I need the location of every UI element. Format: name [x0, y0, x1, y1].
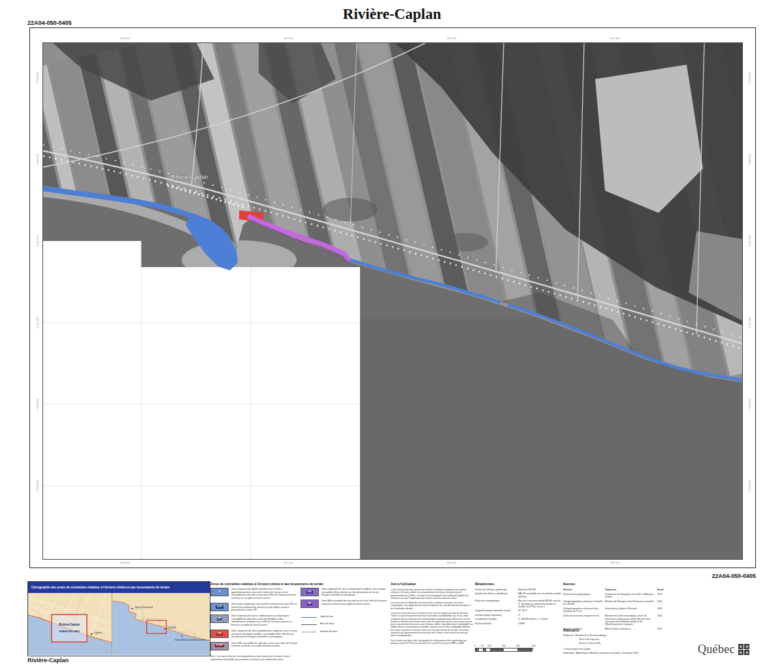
metadata-value: NAD 83 compatible avec le système mondia… [518, 592, 561, 598]
zone-description: Zone composée de sols à prédominance arg… [231, 630, 298, 639]
realisation-line: Service de l'expertise [579, 638, 687, 641]
zone-description: Zone composée de sols à comportement sab… [321, 588, 388, 597]
avis-paragraph: Le fait qu'un site soit situé à l'intéri… [391, 612, 473, 637]
coord-label: 5 322 500 [748, 72, 751, 84]
coord-label: 5 320 500 [36, 398, 39, 410]
coord-label: 5 322 000 [36, 153, 39, 165]
legend-line-item: Base de talus [301, 622, 388, 627]
source-org: Université du Québec à Rimouski [605, 607, 655, 613]
zone-description: Zone composée de dépôts meubles dont le … [231, 588, 298, 600]
zone-code: GTE [216, 633, 223, 635]
line-label: Base de talus [320, 622, 387, 627]
coord-label: 5 320 000 [36, 480, 39, 492]
coord-label: 304 000 [120, 561, 129, 564]
source-year: 2008 [657, 607, 669, 613]
line-label: Ligne de rive [320, 615, 387, 620]
legend-line-item: Ligne de rive [301, 615, 388, 620]
metadata-value: X : 304 800 mètres; Y : 0 mètre [518, 618, 561, 620]
source-org: Ministère de l'Énergie et des Ressources… [605, 600, 655, 606]
zone-description: Zone NM susceptible de subir des reculs … [321, 600, 388, 608]
realisation-block: Production : Ministère de la Sécurité pu… [563, 634, 687, 655]
inset-map-detail: Rivière-Caplan 22A04-050-0405 Caplan [28, 593, 112, 655]
scale-labels: 0 50 100 200 300 400 m [475, 645, 532, 648]
source-year: 2001 [657, 600, 669, 606]
metadata-table: Surface de référence géodésique Ellipsoï… [475, 588, 561, 625]
coord-label: 5 321 000 [748, 317, 751, 328]
inset-town-caplan2: Caplan [168, 626, 176, 629]
source-year: 2014 [657, 628, 669, 630]
metadata-label: Système de référence géodésique [475, 592, 517, 598]
metadata-label: Facteur d'échelle [475, 622, 517, 625]
legend-item: E-GTE Zone GTE susceptible de subir des … [210, 642, 298, 650]
zone-swatch-e: E [210, 588, 229, 596]
metadata-value: 64° 30' 0" [518, 609, 561, 612]
legend-item: GTE Zone composée de sols à prédominance… [210, 630, 298, 639]
coord-label: 5 322 500 [36, 72, 39, 84]
zone-code: NM [307, 603, 312, 605]
sources-col-header: Organisme [605, 588, 655, 591]
coord-label: 306 000 [447, 561, 456, 564]
legal-deposit-line: Dépôt légal - Bibliothèque et Archives n… [563, 652, 687, 654]
metadata-label: Projection cartographique [475, 600, 517, 608]
source-data: Orthophotographies aériennes à l'échelle… [563, 600, 602, 606]
realisation-line: Production : Ministère de la Sécurité pu… [563, 634, 687, 637]
coord-label: 305 000 [284, 561, 293, 564]
line-label: Sommet de talus [320, 630, 387, 635]
source-org: Commission de Toponymie du Québec et Adr… [605, 593, 655, 599]
inset-caption: Rivière-Caplan [27, 657, 69, 664]
aerial-map: Rivière-Caplan [43, 43, 742, 559]
zone-swatch-gnc: GNC [301, 588, 319, 596]
slope-top-symbol: ▼▼▼▼▼▼ [301, 630, 318, 635]
scale-tick: 100 [487, 645, 491, 647]
quebec-flag-icon [738, 644, 750, 656]
copyright-line: © Gouvernement du Québec [563, 648, 687, 650]
coord-label: 5 320 000 [748, 480, 751, 492]
map-area: Rivière-Caplan [42, 42, 743, 560]
no-data-grid [43, 241, 360, 559]
sources-col-header: Année [657, 588, 669, 591]
metadata-heading: Métadonnées [475, 583, 494, 586]
zone-swatch-gte: GTE [210, 630, 229, 638]
metadata-value: Mercator transverse modifié (MTM), zone … [518, 600, 561, 608]
inset-sheet-name: Rivière-Caplan [59, 623, 80, 626]
coord-label: 5 321 000 [36, 317, 39, 328]
inset-title-bar: Cartographie des zones de contraintes re… [28, 582, 210, 593]
scale-tick: 400 m [532, 645, 536, 650]
scale-tick: 50 [481, 645, 483, 647]
zone-swatch-e-gte: E-GTE [210, 642, 229, 650]
zone-swatch-nm: NM [301, 600, 319, 608]
zone-code: E-GTE [215, 645, 223, 647]
coord-label: 304 000 [120, 37, 129, 40]
source-data: Zones de contraintes et lignes de rive [563, 615, 602, 626]
realisation-heading: Réalisation [563, 629, 580, 632]
coord-label: 307 000 [610, 37, 619, 40]
shoreline-symbol [301, 615, 318, 620]
coord-label: 5 321 500 [748, 235, 751, 247]
zone-code: GNC [306, 590, 313, 593]
scale-bar: 0 50 100 200 300 400 m [475, 645, 532, 652]
metadata-value: Ellipsoïde GRS 80 [518, 588, 561, 591]
metadata-label: Coordonnées d'origine [475, 618, 517, 620]
quebec-wordmark: Québec [698, 643, 735, 656]
avis-paragraph: Les zones ont été délimitées en fonction… [391, 601, 473, 610]
sheet-extent-rectangle [52, 615, 87, 642]
avis-column: Cette carte localise des portions de ter… [391, 588, 473, 645]
legend-item: E Zone composée de dépôts meubles dont l… [210, 588, 298, 600]
coord-label: 306 000 [447, 37, 456, 40]
scale-tick: 300 [516, 645, 520, 647]
inset-sheet-number: 22A04-050-0405 [59, 630, 80, 633]
source-data: Orthophotographies aériennes d'une résol… [563, 607, 602, 613]
coord-label: 5 322 000 [748, 153, 751, 165]
zone-description: Zone composée de roches sédimentaires ou… [231, 615, 298, 626]
scale-bar-graphic [475, 648, 532, 652]
metadata-label: Latitude d'origine (équateur) [475, 614, 517, 616]
legend-note: Note : Les zones foncées correspondent a… [210, 655, 297, 661]
map-place-label: Rivière-Caplan [171, 174, 208, 180]
sources-col-header: Données [563, 588, 602, 591]
sources-heading: Sources [563, 583, 575, 586]
inset-town-new-richmond: New Richmond [135, 605, 153, 609]
legend-column-2: GNC Zone composée de sols à comportement… [301, 588, 388, 637]
zone-code: ITF [217, 618, 222, 620]
zone-description: Zone GTE susceptible de subir des reculs… [231, 642, 298, 650]
zone-swatch-e-itf: E-ITF [210, 603, 229, 611]
